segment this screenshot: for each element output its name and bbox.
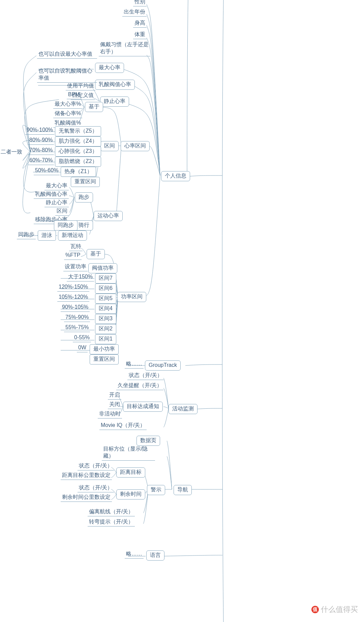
leaf-weight: 体重 — [133, 31, 147, 39]
leaf-tr-status: 状态（开/关） — [78, 484, 114, 492]
leaf-lactate-hr-note: 也可以自设乳酸阈值心率值 — [37, 67, 97, 83]
node-swim: 游泳 — [38, 231, 56, 241]
leaf-pz1-pct: 0-55% — [73, 334, 91, 342]
node-pz6: 区间6 — [95, 283, 116, 294]
leaf-run-maxhr: 最大心率 — [44, 182, 69, 190]
node-max-hr: 最大心率 — [95, 63, 124, 73]
watermark-badge-icon: 值 — [311, 606, 319, 613]
node-pmin: 最小功率 — [90, 344, 119, 354]
node-group-track: GroupTrack — [145, 360, 181, 371]
leaf-pz6-pct: 120%-150% — [57, 283, 89, 292]
leaf-dg-status: 状态（开/关） — [78, 462, 114, 470]
node-hr-zones: 区间 — [100, 141, 119, 151]
node-preset: 重置区间 — [90, 354, 119, 364]
node-z4: 肌力强化（Z4） — [55, 136, 101, 146]
node-pz4: 区间4 — [95, 304, 116, 314]
node-pz2: 区间2 — [95, 324, 116, 334]
node-hr-based-on: 基于 — [85, 102, 103, 112]
node-dist-goal: 距离目标 — [116, 467, 145, 478]
leaf-hr-bpm: BPM — [67, 91, 81, 99]
node-pz3: 区间3 — [95, 314, 116, 324]
node-goal-notify: 目标达成通知 — [123, 402, 163, 412]
leaf-power-ftp: %FTP — [64, 252, 82, 260]
leaf-gn-off: 关闭 — [108, 401, 121, 409]
node-activity-monitor: 活动监测 — [169, 404, 198, 414]
node-threshold-power: 阀值功率 — [88, 263, 117, 273]
watermark-text: 什么值得买 — [321, 604, 358, 615]
leaf-birth-year: 出生年份 — [122, 8, 147, 17]
leaf-power-watt: 瓦特 — [69, 243, 83, 251]
leaf-gn-idle: 非活动时 — [98, 410, 122, 418]
node-run: 跑步 — [75, 192, 93, 202]
connector-lines — [0, 0, 364, 622]
node-resting-hr: 静止心率 — [100, 97, 129, 107]
leaf-set-power: 设置功率 — [63, 263, 88, 271]
leaf-run-zones: 区间 — [55, 208, 69, 216]
leaf-hr-maxhr-pct: 最大心率% — [53, 101, 82, 109]
node-pz1: 区间1 — [95, 334, 116, 344]
node-alert: 警示 — [147, 485, 165, 495]
node-personal-info: 个人信息 — [161, 171, 190, 181]
leaf-turn-prompt: 转弯提示（开/关） — [88, 518, 135, 526]
leaf-z5-pct: 90%-100% — [25, 127, 54, 135]
leaf-z2-pct: 60%-70% — [28, 157, 54, 165]
leaf-pz2-pct: 55%-75% — [64, 324, 90, 332]
leaf-z4-pct: 80%-90% — [28, 137, 54, 145]
leaf-pz7-pct: 大于150% — [67, 273, 94, 281]
leaf-pz3-pct: 75%-90% — [64, 314, 90, 322]
leaf-am-sit: 久坐提醒（开/关） — [116, 382, 163, 390]
leaf-ride-same: 同跑步 — [54, 220, 78, 231]
leaf-resting-avg: 使用平均值 — [66, 82, 95, 90]
node-sport-hr: 运动心率 — [94, 211, 123, 221]
node-z5: 无氧警示（Z5） — [55, 126, 101, 136]
leaf-pmin-pct: 0W — [77, 344, 88, 352]
watermark: 值 什么值得买 — [311, 604, 358, 615]
node-z2: 脂肪燃烧（Z2） — [55, 157, 101, 167]
node-power-based-on: 基于 — [87, 249, 105, 259]
leaf-movie-iq: Movie IQ（开/关） — [99, 422, 147, 430]
node-pz7: 区间7 — [95, 273, 116, 283]
node-lactate-hr: 乳酸阀值心率 — [95, 80, 135, 90]
node-data-page: 数据页 — [136, 436, 160, 446]
leaf-tr-set: 剩余时间公里数设定 — [61, 494, 112, 502]
root-annotation: 二者一致 — [1, 148, 22, 156]
node-navigation: 导航 — [174, 485, 192, 495]
node-z3: 心肺强化（Z3） — [55, 146, 101, 157]
node-ride: 骑行 — [75, 220, 93, 231]
node-z1: 热身（Z1） — [61, 167, 96, 177]
leaf-gender: 性别 — [133, 0, 147, 6]
node-power-zone: 功率区间 — [117, 292, 146, 302]
node-pz5: 区间5 — [95, 294, 116, 304]
leaf-dg-set: 距离目标公里数设定 — [61, 472, 112, 480]
leaf-run-resting: 静止心率 — [44, 199, 69, 207]
leaf-z3-pct: 70%-80% — [28, 147, 54, 155]
leaf-bearing: 目标方位（显示/隐藏） — [102, 445, 155, 461]
leaf-grouptrack-omit: 略…… — [125, 360, 144, 369]
mindmap-diagram: { "root_side_label": "二者一致", "personal_i… — [0, 0, 364, 622]
node-hr-zone: 心率区间 — [121, 141, 150, 151]
leaf-pz4-pct: 90%-105% — [61, 304, 90, 312]
node-add-sport: 新增运动 — [58, 231, 87, 241]
leaf-wear-habit: 佩戴习惯（左手还是右手） — [99, 41, 150, 56]
leaf-height: 身高 — [133, 20, 147, 28]
node-language: 语言 — [146, 550, 164, 561]
leaf-pz5-pct: 105%-120% — [57, 294, 89, 302]
node-time-rem: 剩余时间 — [116, 489, 145, 499]
leaf-max-hr-note: 也可以自设最大心率值 — [37, 51, 97, 59]
leaf-off-course: 偏离航线（开/关） — [88, 508, 135, 516]
leaf-hr-hrr-pct: 储备心率% — [53, 110, 82, 118]
leaf-gn-on: 开启 — [108, 391, 121, 400]
leaf-run-lactate: 乳酸阀值心率 — [34, 191, 69, 199]
node-hr-reset: 重置区间 — [71, 177, 100, 187]
leaf-swim-same: 同跑步 — [17, 231, 36, 239]
leaf-language-omit: 略…… — [125, 550, 144, 559]
leaf-z1-pct: 50%-60% — [34, 167, 60, 175]
leaf-am-status: 状态（开/关） — [127, 372, 164, 380]
